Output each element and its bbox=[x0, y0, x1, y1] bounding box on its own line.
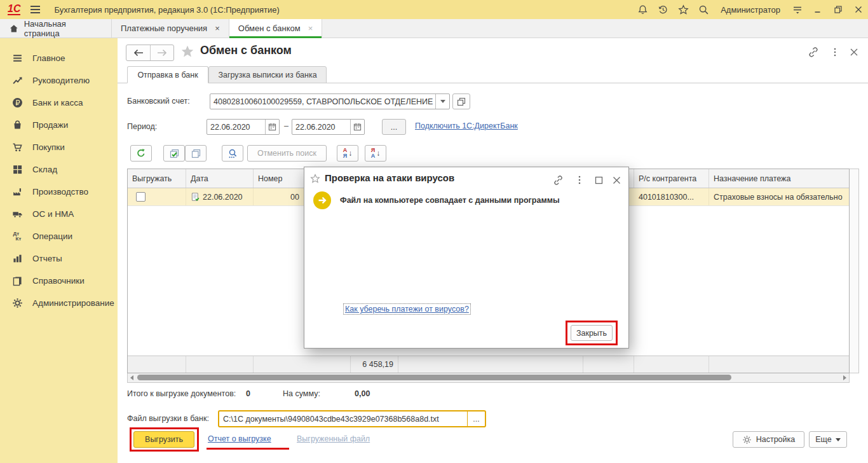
directbank-link[interactable]: Подключить 1С:ДиректБанк bbox=[415, 121, 518, 130]
bank-account-dropdown-icon[interactable] bbox=[435, 94, 449, 109]
ruble-coin-icon bbox=[11, 97, 23, 109]
books-icon bbox=[11, 275, 23, 287]
bank-account-field[interactable]: 40802810060100029559, СТАВРОПОЛЬСКОЕ ОТД… bbox=[210, 93, 450, 109]
check-all-button[interactable] bbox=[163, 145, 185, 162]
tab-home[interactable]: Начальная страница bbox=[0, 19, 112, 38]
bank-account-value: 40802810060100029559, СТАВРОПОЛЬСКОЕ ОТД… bbox=[210, 97, 435, 106]
sidebar-item-reports[interactable]: Отчеты bbox=[0, 247, 118, 270]
sidebar-item-purchases[interactable]: Покупки bbox=[0, 136, 118, 158]
footer-total-amount: 6 458,19 bbox=[351, 356, 398, 373]
settings-button[interactable]: Настройка bbox=[733, 431, 804, 448]
dialog-star-icon[interactable] bbox=[309, 173, 321, 184]
search-icon[interactable] bbox=[698, 4, 709, 15]
period-from-field[interactable]: 22.06.2020 bbox=[207, 119, 280, 135]
dialog-close-icon[interactable] bbox=[611, 174, 622, 186]
more-button[interactable]: Еще bbox=[809, 431, 847, 448]
scroll-right-icon[interactable] bbox=[843, 375, 846, 380]
sidebar-item-main[interactable]: Главное bbox=[0, 47, 118, 69]
tabs-separator bbox=[118, 83, 868, 83]
sidebar-item-bank-cash[interactable]: Банк и касса bbox=[0, 92, 118, 114]
col-upload[interactable]: Выгружать bbox=[128, 169, 186, 188]
calendar-icon[interactable] bbox=[350, 120, 364, 134]
restore-window-icon[interactable] bbox=[832, 4, 844, 15]
scrollbar-thumb[interactable] bbox=[137, 375, 731, 380]
sidebar-item-label: Производство bbox=[32, 187, 88, 197]
cancel-search-button[interactable]: Отменить поиск bbox=[247, 145, 327, 162]
dialog-close-button[interactable]: Закрыть bbox=[571, 325, 613, 341]
dialog-link-icon[interactable] bbox=[552, 174, 564, 186]
main-menu-icon[interactable] bbox=[31, 6, 40, 13]
sidebar-item-warehouse[interactable]: Склад bbox=[0, 158, 118, 181]
sidebar-item-label: Главное bbox=[32, 53, 65, 63]
close-window-icon[interactable] bbox=[853, 4, 864, 15]
row-upload-checkbox[interactable] bbox=[136, 192, 146, 202]
sidebar-item-label: Администрирование bbox=[32, 298, 114, 308]
tab-label: Платежные поручения bbox=[121, 24, 207, 33]
upload-report-link[interactable]: Отчет о выгрузке bbox=[208, 434, 271, 443]
virus-help-link[interactable]: Как уберечь платежи от вирусов? bbox=[344, 304, 470, 314]
sidebar-item-label: Покупки bbox=[32, 142, 65, 152]
tab-load-statement[interactable]: Загрузка выписки из банка bbox=[208, 66, 327, 83]
forward-button[interactable] bbox=[150, 45, 173, 60]
more-kebab-icon[interactable] bbox=[829, 46, 841, 58]
sidebar-item-sales[interactable]: Продажи bbox=[0, 114, 118, 136]
period-more-button[interactable]: ... bbox=[382, 119, 406, 135]
get-link-icon[interactable] bbox=[808, 46, 819, 58]
bank-account-label: Банковский счет: bbox=[127, 97, 190, 106]
uncheck-all-button[interactable] bbox=[185, 145, 207, 162]
tab-close-icon[interactable]: × bbox=[215, 24, 220, 33]
export-file-field[interactable]: C:\1C документы\94908043cdbe43c3929e0736… bbox=[218, 410, 486, 427]
scroll-left-icon[interactable] bbox=[130, 375, 133, 380]
calendar-icon[interactable] bbox=[265, 120, 279, 134]
sidebar-item-production[interactable]: Производство bbox=[0, 181, 118, 203]
sidebar-item-label: Руководителю bbox=[32, 76, 90, 85]
tab-send-to-bank[interactable]: Отправка в банк bbox=[127, 66, 208, 83]
export-file-label: Файл выгрузки в банк: bbox=[127, 414, 209, 423]
notifications-bell-icon[interactable] bbox=[637, 4, 648, 15]
uncheck-all-icon bbox=[191, 148, 201, 159]
refresh-button[interactable] bbox=[130, 145, 152, 162]
close-form-icon[interactable] bbox=[848, 46, 860, 58]
check-all-icon bbox=[169, 148, 180, 159]
sidebar-item-operations[interactable]: ДтКт Операции bbox=[0, 225, 118, 247]
dialog-message: Файл на компьютере совпадает с данными п… bbox=[340, 196, 560, 205]
tab-bank-exchange[interactable]: Обмен с банком × bbox=[229, 19, 323, 38]
minimize-window-icon[interactable] bbox=[812, 4, 824, 15]
back-button[interactable] bbox=[126, 45, 150, 60]
vertical-scrollbar[interactable] bbox=[850, 169, 859, 373]
uploaded-file-link[interactable]: Выгруженный файл bbox=[297, 434, 370, 443]
period-to-value: 22.06.2020 bbox=[292, 123, 350, 132]
period-from-value: 22.06.2020 bbox=[207, 123, 265, 132]
current-user[interactable]: Администратор bbox=[721, 5, 780, 15]
sort-asc-button[interactable]: А Я ↓ bbox=[337, 145, 358, 162]
cart-icon bbox=[11, 142, 23, 153]
favorite-star-icon[interactable] bbox=[180, 45, 194, 60]
upload-button[interactable]: Выгрузить bbox=[133, 431, 194, 448]
search-table-button[interactable] bbox=[222, 145, 243, 162]
sidebar-item-label: Банк и касса bbox=[32, 98, 83, 107]
col-counterparty-account[interactable]: Р/с контрагента bbox=[634, 169, 709, 188]
dialog-title: Проверка на атаки вирусов bbox=[325, 172, 454, 183]
service-menu-icon[interactable] bbox=[792, 4, 803, 15]
1c-logo-icon: 1С bbox=[8, 4, 20, 15]
tab-close-icon[interactable]: × bbox=[308, 24, 313, 33]
info-arrow-icon bbox=[313, 191, 331, 209]
col-date[interactable]: Дата bbox=[186, 169, 254, 188]
dialog-kebab-icon[interactable] bbox=[574, 174, 585, 186]
favorites-star-icon[interactable] bbox=[677, 4, 689, 15]
browse-file-button[interactable]: ... bbox=[467, 411, 485, 426]
sidebar-item-manager[interactable]: Руководителю bbox=[0, 69, 118, 92]
period-to-field[interactable]: 22.06.2020 bbox=[292, 119, 365, 135]
tab-payment-orders[interactable]: Платежные поручения × bbox=[112, 19, 229, 38]
sort-desc-button[interactable]: Я А ↓ bbox=[365, 145, 386, 162]
col-payment-purpose[interactable]: Назначение платежа bbox=[709, 169, 849, 188]
history-icon[interactable] bbox=[657, 4, 668, 15]
sidebar-item-directories[interactable]: Справочники bbox=[0, 270, 118, 292]
export-file-value: C:\1C документы\94908043cdbe43c3929e0736… bbox=[219, 415, 467, 424]
dialog-maximize-icon[interactable] bbox=[593, 174, 604, 186]
horizontal-scrollbar[interactable] bbox=[127, 373, 850, 383]
sidebar-item-administration[interactable]: Администрирование bbox=[0, 292, 118, 314]
menu-bars-icon bbox=[11, 53, 23, 64]
open-account-button[interactable] bbox=[452, 93, 470, 109]
sidebar-item-fixed-assets[interactable]: ОС и НМА bbox=[0, 203, 118, 225]
